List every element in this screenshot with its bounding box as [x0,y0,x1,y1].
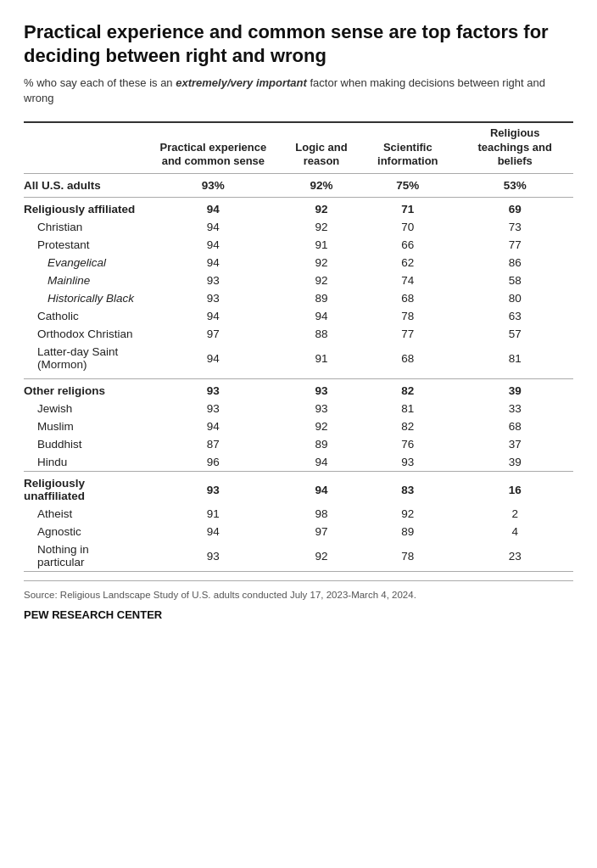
pew-logo: PEW RESEARCH CENTER [24,608,573,621]
row-value: 70 [359,218,456,236]
row-value: 87 [142,435,284,453]
row-value: 68 [359,289,456,307]
row-value: 93 [142,289,284,307]
row-label: Christian [24,218,142,236]
row-value: 86 [457,254,574,272]
row-value: 39 [457,453,574,472]
row-value: 93 [142,379,284,400]
row-label: Jewish [24,400,142,417]
row-value: 62 [359,254,456,272]
row-value: 73 [457,218,574,236]
row-value: 93 [284,379,359,400]
row-value: 94 [284,472,359,506]
row-value: 91 [284,236,359,254]
row-label: Nothing in particular [24,540,142,572]
row-value: 2 [457,505,574,523]
row-value: 92 [284,540,359,572]
row-value: 77 [457,236,574,254]
row-value: 76 [359,435,456,453]
row-value: 23 [457,540,574,572]
row-value: 81 [457,343,574,373]
row-value: 94 [142,417,284,435]
row-value: 94 [142,254,284,272]
row-label: Catholic [24,307,142,325]
row-value: 94 [142,523,284,540]
row-value: 96 [142,453,284,472]
row-value: 92 [284,218,359,236]
row-label: Mainline [24,272,142,289]
row-value: 94 [142,307,284,325]
row-value: 58 [457,272,574,289]
col-header-religious: Religious teachings and beliefs [457,122,574,173]
row-value: 94 [142,236,284,254]
row-value: 92 [284,254,359,272]
row-value: 93 [142,472,284,506]
row-value: 78 [359,540,456,572]
subtitle-plain: % who say each of these is an [24,76,176,89]
row-value: 69 [457,198,574,219]
col-header-label [24,122,142,173]
row-value: 92 [284,272,359,289]
row-value: 82 [359,379,456,400]
row-value: 89 [284,435,359,453]
row-value: 83 [359,472,456,506]
row-label: Muslim [24,417,142,435]
row-value: 92% [284,174,359,198]
row-value: 93 [359,453,456,472]
row-value: 98 [284,505,359,523]
row-value: 97 [142,325,284,343]
subtitle-bold: extremely/very important [176,76,307,89]
source-text: Source: Religious Landscape Study of U.S… [24,580,573,602]
row-value: 91 [284,343,359,373]
row-value: 80 [457,289,574,307]
chart-subtitle: % who say each of these is an extremely/… [24,76,573,106]
row-value: 71 [359,198,456,219]
row-value: 74 [359,272,456,289]
row-label: Hindu [24,453,142,472]
row-value: 91 [142,505,284,523]
row-value: 97 [284,523,359,540]
row-value: 4 [457,523,574,540]
data-table: Practical experience and common sense Lo… [24,121,573,572]
row-value: 77 [359,325,456,343]
row-value: 68 [457,417,574,435]
row-label: Atheist [24,505,142,523]
row-label: Historically Black [24,289,142,307]
row-value: 92 [359,505,456,523]
row-value: 37 [457,435,574,453]
row-value: 94 [142,218,284,236]
col-header-practical: Practical experience and common sense [142,122,284,173]
row-value: 66 [359,236,456,254]
row-value: 39 [457,379,574,400]
row-value: 93 [142,400,284,417]
row-value: 94 [142,198,284,219]
row-value: 92 [284,198,359,219]
row-value: 16 [457,472,574,506]
row-value: 94 [284,307,359,325]
row-value: 33 [457,400,574,417]
row-value: 63 [457,307,574,325]
row-value: 93% [142,174,284,198]
row-value: 92 [284,417,359,435]
row-value: 93 [142,272,284,289]
row-value: 93 [284,400,359,417]
row-label: All U.S. adults [24,174,142,198]
row-value: 94 [142,343,284,373]
row-value: 68 [359,343,456,373]
col-header-scientific: Scientific information [359,122,456,173]
row-label: Protestant [24,236,142,254]
row-value: 94 [284,453,359,472]
row-value: 75% [359,174,456,198]
row-label: Latter-day Saint (Mormon) [24,343,142,373]
row-value: 82 [359,417,456,435]
row-label: Orthodox Christian [24,325,142,343]
row-value: 89 [284,289,359,307]
chart-title: Practical experience and common sense ar… [24,20,573,67]
row-label: Religiously unaffiliated [24,472,142,506]
col-header-logic: Logic and reason [284,122,359,173]
row-label: Other religions [24,379,142,400]
row-value: 93 [142,540,284,572]
row-value: 53% [457,174,574,198]
row-label: Buddhist [24,435,142,453]
row-value: 78 [359,307,456,325]
